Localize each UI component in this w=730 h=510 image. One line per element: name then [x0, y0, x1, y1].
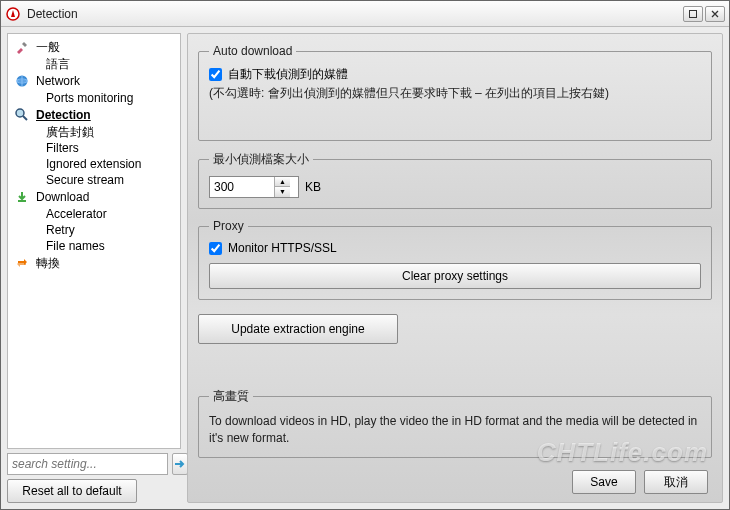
sidebar-item-download[interactable]: Download	[8, 188, 180, 206]
close-button[interactable]	[705, 6, 725, 22]
sidebar-item-general[interactable]: 一般	[8, 38, 180, 56]
sidebar-item-detection[interactable]: Detection	[8, 106, 180, 124]
group-legend: 高畫質	[209, 388, 253, 405]
settings-window: Detection 一般 語言 Network Ports monitoring	[0, 0, 730, 510]
sidebar-item-filenames[interactable]: File names	[8, 238, 180, 254]
search-go-button[interactable]	[172, 453, 188, 475]
unit-label: KB	[305, 180, 321, 194]
convert-icon	[14, 255, 30, 271]
sidebar-item-label: 轉換	[36, 255, 60, 272]
min-size-input[interactable]	[210, 177, 274, 197]
sidebar-item-network[interactable]: Network	[8, 72, 180, 90]
svg-point-4	[16, 109, 24, 117]
auto-download-group: Auto download 自動下載偵測到的媒體 (不勾選時: 會列出偵測到的媒…	[198, 44, 712, 141]
sidebar-item-accelerator[interactable]: Accelerator	[8, 206, 180, 222]
sidebar-item-label: Download	[36, 190, 89, 204]
arrow-right-icon	[173, 458, 187, 470]
download-icon	[14, 189, 30, 205]
auto-download-checkbox[interactable]	[209, 68, 222, 81]
group-legend: Proxy	[209, 219, 248, 233]
update-engine-button[interactable]: Update extraction engine	[198, 314, 398, 344]
sidebar-item-label: Detection	[36, 108, 91, 122]
checkbox-label: Monitor HTTPS/SSL	[228, 241, 337, 255]
sidebar-item-filters[interactable]: Filters	[8, 140, 180, 156]
sidebar-item-language[interactable]: 語言	[8, 56, 180, 72]
sidebar-item-adblock[interactable]: 廣告封鎖	[8, 124, 180, 140]
search-icon	[14, 107, 30, 123]
hq-text: To download videos in HD, play the video…	[209, 413, 701, 447]
sidebar-item-label: Ports monitoring	[46, 91, 133, 105]
sidebar-item-convert[interactable]: 轉換	[8, 254, 180, 272]
sidebar-item-secure-stream[interactable]: Secure stream	[8, 172, 180, 188]
sidebar-item-retry[interactable]: Retry	[8, 222, 180, 238]
sidebar-item-label: File names	[46, 239, 105, 253]
min-size-group: 最小偵測檔案大小 ▲ ▼ KB	[198, 151, 712, 209]
sidebar-item-label: 一般	[36, 39, 60, 56]
tools-icon	[14, 39, 30, 55]
sidebar-item-ports[interactable]: Ports monitoring	[8, 90, 180, 106]
sidebar-item-label: 廣告封鎖	[46, 124, 94, 141]
sidebar-item-label: 語言	[46, 56, 70, 73]
svg-rect-1	[690, 10, 697, 17]
spin-up[interactable]: ▲	[275, 177, 290, 187]
main-panel: Auto download 自動下載偵測到的媒體 (不勾選時: 會列出偵測到的媒…	[187, 33, 723, 503]
reset-all-button[interactable]: Reset all to default	[7, 479, 137, 503]
sidebar-item-label: Accelerator	[46, 207, 107, 221]
settings-tree: 一般 語言 Network Ports monitoring Detection…	[7, 33, 181, 449]
app-icon	[5, 6, 21, 22]
sidebar-item-label: Ignored extension	[46, 157, 141, 171]
cancel-button[interactable]: 取消	[644, 470, 708, 494]
auto-download-note: (不勾選時: 會列出偵測到的媒體但只在要求時下載 – 在列出的項目上按右鍵)	[209, 85, 701, 102]
hq-group: 高畫質 To download videos in HD, play the v…	[198, 388, 712, 458]
sidebar-item-label: Network	[36, 74, 80, 88]
svg-rect-5	[18, 200, 26, 202]
group-legend: Auto download	[209, 44, 296, 58]
sidebar: 一般 語言 Network Ports monitoring Detection…	[7, 33, 181, 503]
monitor-https-checkbox[interactable]	[209, 242, 222, 255]
sidebar-item-label: Retry	[46, 223, 75, 237]
clear-proxy-button[interactable]: Clear proxy settings	[209, 263, 701, 289]
globe-icon	[14, 73, 30, 89]
sidebar-item-label: Filters	[46, 141, 79, 155]
save-button[interactable]: Save	[572, 470, 636, 494]
min-size-spinner[interactable]: ▲ ▼	[209, 176, 299, 198]
sidebar-item-label: Secure stream	[46, 173, 124, 187]
spin-down[interactable]: ▼	[275, 187, 290, 197]
group-legend: 最小偵測檔案大小	[209, 151, 313, 168]
titlebar: Detection	[1, 1, 729, 27]
maximize-button[interactable]	[683, 6, 703, 22]
sidebar-item-ignored-ext[interactable]: Ignored extension	[8, 156, 180, 172]
window-title: Detection	[27, 7, 683, 21]
checkbox-label: 自動下載偵測到的媒體	[228, 66, 348, 83]
search-input[interactable]	[7, 453, 168, 475]
proxy-group: Proxy Monitor HTTPS/SSL Clear proxy sett…	[198, 219, 712, 300]
